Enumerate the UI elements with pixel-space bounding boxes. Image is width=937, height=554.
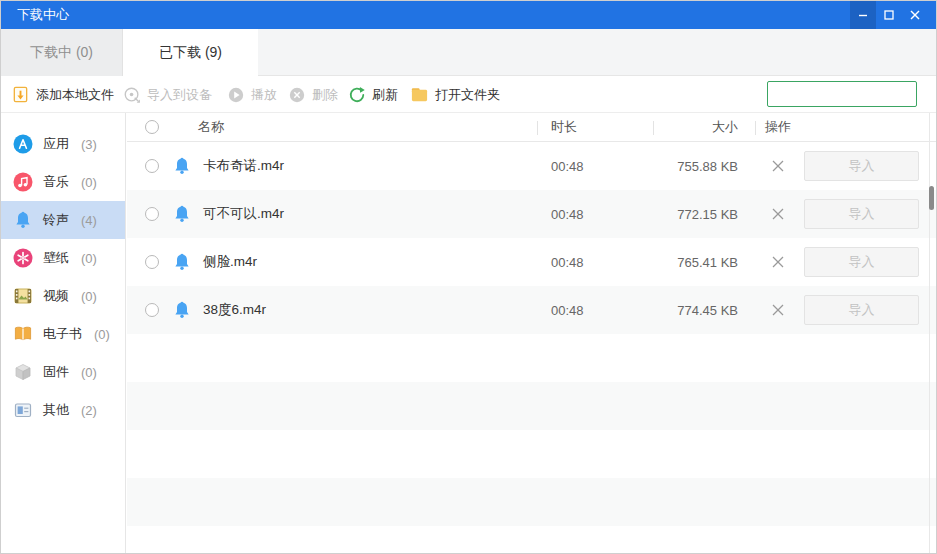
- table-body: 卡布奇诺.m4r 00:48 755.88 KB 导入 可不可以.m4r 00:…: [127, 142, 936, 554]
- folder-icon: [410, 85, 429, 104]
- refresh-icon: [348, 86, 366, 104]
- delete-row-icon[interactable]: [763, 286, 793, 334]
- row-checkbox[interactable]: [145, 159, 159, 173]
- tab-downloading[interactable]: 下载中 (0): [1, 29, 123, 76]
- table-row[interactable]: 可不可以.m4r 00:48 772.15 KB 导入: [127, 190, 936, 238]
- open-folder-label: 打开文件夹: [435, 86, 500, 104]
- download-center-window: 下载中心 下载中 (0) 已下载 (9) 添加本地文件 导入到设备: [0, 0, 937, 554]
- sidebar-label: 视频: [43, 287, 69, 305]
- titlebar: 下载中心: [1, 1, 936, 29]
- table-row[interactable]: 侧脸.m4r 00:48 765.41 KB 导入: [127, 238, 936, 286]
- sidebar: 应用(3) 音乐(0) 铃声(4) 壁纸(0) 视频(0) 电子书(0) 固件(…: [1, 113, 126, 553]
- header-action: 操作: [763, 113, 793, 141]
- header-name: 名称: [198, 113, 518, 141]
- ringtone-bell-icon: [172, 252, 192, 272]
- window-title: 下载中心: [17, 6, 69, 24]
- sidebar-label: 铃声: [43, 211, 69, 229]
- other-document-icon: [13, 400, 33, 420]
- sidebar-label: 电子书: [43, 325, 82, 343]
- row-checkbox[interactable]: [145, 255, 159, 269]
- empty-row-stripe: [127, 430, 936, 478]
- sidebar-item-wallpapers[interactable]: 壁纸(0): [1, 239, 125, 277]
- file-size: 755.88 KB: [605, 142, 738, 190]
- search-input[interactable]: [768, 83, 937, 105]
- column-divider: [755, 121, 756, 135]
- app-store-icon: [13, 134, 33, 154]
- sidebar-count: (0): [81, 175, 97, 190]
- sidebar-count: (0): [81, 251, 97, 266]
- column-divider: [537, 121, 538, 135]
- import-to-device-button[interactable]: 导入到设备: [123, 76, 212, 113]
- delete-row-icon[interactable]: [763, 238, 793, 286]
- sidebar-label: 固件: [43, 363, 69, 381]
- delete-row-icon[interactable]: [763, 142, 793, 190]
- minimize-icon: [857, 9, 869, 21]
- import-device-icon: [123, 86, 141, 104]
- sidebar-item-videos[interactable]: 视频(0): [1, 277, 125, 315]
- sidebar-item-apps[interactable]: 应用(3): [1, 125, 125, 163]
- row-checkbox[interactable]: [145, 303, 159, 317]
- sidebar-label: 其他: [43, 401, 69, 419]
- add-file-icon: [11, 85, 30, 104]
- sidebar-count: (3): [81, 137, 97, 152]
- sidebar-item-music[interactable]: 音乐(0): [1, 163, 125, 201]
- sidebar-count: (2): [81, 403, 97, 418]
- select-all-checkbox[interactable]: [145, 120, 159, 134]
- file-name: 侧脸.m4r: [203, 238, 523, 286]
- tab-bar: 下载中 (0) 已下载 (9): [1, 29, 936, 76]
- delete-row-icon[interactable]: [763, 190, 793, 238]
- sidebar-count: (0): [81, 365, 97, 380]
- scrollbar-track[interactable]: [929, 113, 930, 553]
- toolbar: 添加本地文件 导入到设备 播放 删除 刷新 打开文件夹: [1, 76, 936, 113]
- refresh-button[interactable]: 刷新: [348, 76, 398, 113]
- empty-row-stripe: [127, 478, 936, 526]
- delete-button[interactable]: 删除: [288, 76, 338, 113]
- sidebar-label: 音乐: [43, 173, 69, 191]
- sidebar-count: (4): [81, 213, 97, 228]
- sidebar-label: 壁纸: [43, 249, 69, 267]
- table-row[interactable]: 卡布奇诺.m4r 00:48 755.88 KB 导入: [127, 142, 936, 190]
- play-icon: [227, 86, 245, 104]
- file-table: 名称 时长 大小 操作 卡布奇诺.m4r 00:48 755.88 KB 导入 …: [127, 113, 936, 553]
- wallpaper-icon: [13, 248, 33, 268]
- import-to-device-label: 导入到设备: [147, 86, 212, 104]
- row-checkbox[interactable]: [145, 207, 159, 221]
- ringtone-bell-icon: [172, 204, 192, 224]
- maximize-button[interactable]: [876, 1, 902, 29]
- import-button[interactable]: 导入: [804, 199, 919, 229]
- close-button[interactable]: [902, 1, 928, 29]
- search-box: [767, 81, 917, 107]
- refresh-label: 刷新: [372, 86, 398, 104]
- file-name: 38度6.m4r: [203, 286, 523, 334]
- delete-label: 删除: [312, 86, 338, 104]
- sidebar-item-firmware[interactable]: 固件(0): [1, 353, 125, 391]
- import-button[interactable]: 导入: [804, 295, 919, 325]
- sidebar-item-others[interactable]: 其他(2): [1, 391, 125, 429]
- sidebar-count: (0): [94, 327, 110, 342]
- table-row[interactable]: 38度6.m4r 00:48 774.45 KB 导入: [127, 286, 936, 334]
- empty-row-stripe: [127, 382, 936, 430]
- empty-row-stripe: [127, 334, 936, 382]
- sidebar-count: (0): [81, 289, 97, 304]
- video-icon: [13, 286, 33, 306]
- sidebar-item-ebooks[interactable]: 电子书(0): [1, 315, 125, 353]
- open-folder-button[interactable]: 打开文件夹: [410, 76, 500, 113]
- file-size: 774.45 KB: [605, 286, 738, 334]
- import-button[interactable]: 导入: [804, 151, 919, 181]
- sidebar-item-ringtones[interactable]: 铃声(4): [1, 201, 125, 239]
- file-size: 765.41 KB: [605, 238, 738, 286]
- add-local-file-button[interactable]: 添加本地文件: [11, 76, 114, 113]
- close-icon: [909, 9, 921, 21]
- music-icon: [13, 172, 33, 192]
- tab-downloaded[interactable]: 已下载 (9): [123, 29, 258, 77]
- import-button[interactable]: 导入: [804, 247, 919, 277]
- scrollbar-thumb[interactable]: [929, 186, 934, 210]
- play-button[interactable]: 播放: [227, 76, 277, 113]
- minimize-button[interactable]: [850, 1, 876, 29]
- sidebar-label: 应用: [43, 135, 69, 153]
- file-size: 772.15 KB: [605, 190, 738, 238]
- play-label: 播放: [251, 86, 277, 104]
- add-local-file-label: 添加本地文件: [36, 86, 114, 104]
- firmware-cube-icon: [13, 362, 33, 382]
- header-size: 大小: [605, 113, 738, 141]
